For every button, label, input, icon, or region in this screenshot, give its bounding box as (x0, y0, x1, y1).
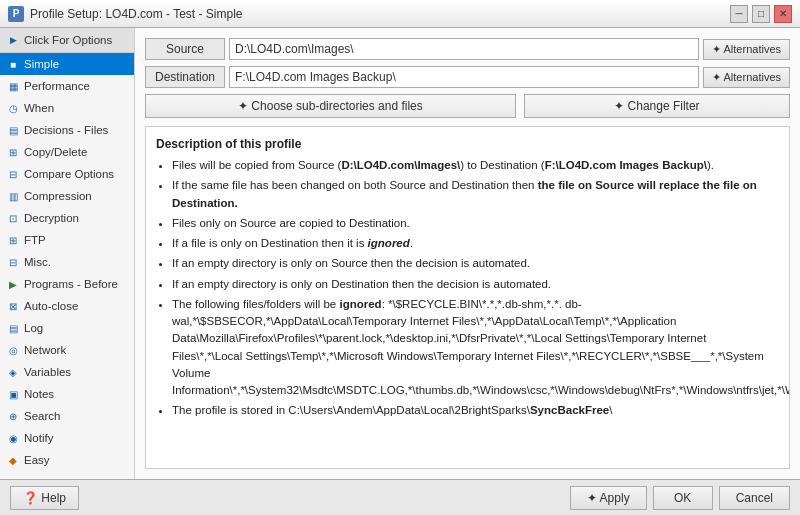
sidebar-label-compression: Compression (24, 190, 92, 202)
source-input[interactable]: D:\LO4D.com\Images\ (229, 38, 699, 60)
minimize-button[interactable]: ─ (730, 5, 748, 23)
performance-icon: ▦ (6, 79, 20, 93)
desc-item-2: Files only on Source are copied to Desti… (172, 215, 779, 232)
sidebar-label-compare: Compare Options (24, 168, 114, 180)
desc-item-5: If an empty directory is only on Destina… (172, 276, 779, 293)
misc-icon: ⊟ (6, 255, 20, 269)
source-alternatives-button[interactable]: ✦ Alternatives (703, 39, 790, 60)
sidebar-item-misc[interactable]: ⊟ Misc. (0, 251, 134, 273)
sidebar-label-auto-close: Auto-close (24, 300, 78, 312)
bottom-left: ❓ Help (10, 486, 79, 510)
content-area: Source D:\LO4D.com\Images\ ✦ Alternative… (135, 28, 800, 479)
choose-subdirectories-button[interactable]: ✦ Choose sub-directories and files (145, 94, 516, 118)
simple-icon: ■ (6, 57, 20, 71)
sidebar-label-copy-delete: Copy/Delete (24, 146, 87, 158)
sidebar-item-auto-close[interactable]: ⊠ Auto-close (0, 295, 134, 317)
sidebar-item-notify[interactable]: ◉ Notify (0, 427, 134, 449)
destination-input[interactable]: F:\LO4D.com Images Backup\ (229, 66, 699, 88)
log-icon: ▤ (6, 321, 20, 335)
sidebar-item-ftp[interactable]: ⊞ FTP (0, 229, 134, 251)
sidebar-label-variables: Variables (24, 366, 71, 378)
sidebar-item-decisions-files[interactable]: ▤ Decisions - Files (0, 119, 134, 141)
options-icon: ▶ (6, 33, 20, 47)
sidebar-item-network[interactable]: ◎ Network (0, 339, 134, 361)
sidebar-item-compression[interactable]: ▥ Compression (0, 185, 134, 207)
apply-button[interactable]: ✦ Apply (570, 486, 647, 510)
sidebar-item-search[interactable]: ⊕ Search (0, 405, 134, 427)
sidebar-item-log[interactable]: ▤ Log (0, 317, 134, 339)
sidebar-label-search: Search (24, 410, 60, 422)
sidebar-item-variables[interactable]: ◈ Variables (0, 361, 134, 383)
sidebar-item-when[interactable]: ◷ When (0, 97, 134, 119)
sidebar-label-programs: Programs - Before (24, 278, 118, 290)
cancel-button[interactable]: Cancel (719, 486, 790, 510)
sidebar-label-misc: Misc. (24, 256, 51, 268)
sidebar-item-notes[interactable]: ▣ Notes (0, 383, 134, 405)
decisions-icon: ▤ (6, 123, 20, 137)
sidebar-label-decryption: Decryption (24, 212, 79, 224)
desc-item-6: The following files/folders will be igno… (172, 296, 779, 400)
notify-icon: ◉ (6, 431, 20, 445)
variables-icon: ◈ (6, 365, 20, 379)
description-list: Files will be copied from Source (D:\LO4… (156, 157, 779, 420)
window-controls: ─ □ ✕ (730, 5, 792, 23)
sidebar-label-network: Network (24, 344, 66, 356)
source-label: Source (145, 38, 225, 60)
change-filter-button[interactable]: ✦ Change Filter (524, 94, 790, 118)
when-icon: ◷ (6, 101, 20, 115)
desc-item-0: Files will be copied from Source (D:\LO4… (172, 157, 779, 174)
title-bar: P Profile Setup: LO4D.com - Test - Simpl… (0, 0, 800, 28)
compare-icon: ⊟ (6, 167, 20, 181)
ftp-icon: ⊞ (6, 233, 20, 247)
sidebar-top-label: Click For Options (24, 34, 112, 46)
bottom-right: ✦ Apply OK Cancel (570, 486, 790, 510)
sidebar-item-copy-delete[interactable]: ⊞ Copy/Delete (0, 141, 134, 163)
sidebar-item-simple[interactable]: ■ Simple (0, 53, 134, 75)
ok-button[interactable]: OK (653, 486, 713, 510)
decryption-icon: ⊡ (6, 211, 20, 225)
sidebar-label-ftp: FTP (24, 234, 46, 246)
sidebar-label-simple: Simple (24, 58, 59, 70)
desc-item-1: If the same file has been changed on bot… (172, 177, 779, 212)
desc-item-4: If an empty directory is only on Source … (172, 255, 779, 272)
desc-item-7: The profile is stored in C:\Users\Andem\… (172, 402, 779, 419)
compression-icon: ▥ (6, 189, 20, 203)
help-button[interactable]: ❓ Help (10, 486, 79, 510)
subdir-row: ✦ Choose sub-directories and files ✦ Cha… (145, 94, 790, 118)
sidebar-label-decisions: Decisions - Files (24, 124, 108, 136)
programs-icon: ▶ (6, 277, 20, 291)
description-title: Description of this profile (156, 135, 779, 153)
network-icon: ◎ (6, 343, 20, 357)
destination-row: Destination F:\LO4D.com Images Backup\ ✦… (145, 66, 790, 88)
bottom-bar: ❓ Help ✦ Apply OK Cancel (0, 479, 800, 515)
sidebar-item-performance[interactable]: ▦ Performance (0, 75, 134, 97)
sidebar-item-compare-options[interactable]: ⊟ Compare Options (0, 163, 134, 185)
sidebar-item-decryption[interactable]: ⊡ Decryption (0, 207, 134, 229)
auto-close-icon: ⊠ (6, 299, 20, 313)
main-container: ▶ Click For Options ■ Simple ▦ Performan… (0, 28, 800, 479)
sidebar-label-easy: Easy (24, 454, 50, 466)
sidebar-label-notify: Notify (24, 432, 53, 444)
destination-label: Destination (145, 66, 225, 88)
search-icon: ⊕ (6, 409, 20, 423)
close-button[interactable]: ✕ (774, 5, 792, 23)
window-title: Profile Setup: LO4D.com - Test - Simple (30, 7, 243, 21)
copy-delete-icon: ⊞ (6, 145, 20, 159)
sidebar-label-notes: Notes (24, 388, 54, 400)
sidebar-label-log: Log (24, 322, 43, 334)
notes-icon: ▣ (6, 387, 20, 401)
sidebar: ▶ Click For Options ■ Simple ▦ Performan… (0, 28, 135, 479)
destination-alternatives-button[interactable]: ✦ Alternatives (703, 67, 790, 88)
app-icon: P (8, 6, 24, 22)
easy-icon: ◆ (6, 453, 20, 467)
sidebar-label-when: When (24, 102, 54, 114)
click-for-options-button[interactable]: ▶ Click For Options (0, 28, 134, 53)
description-area: Description of this profile Files will b… (145, 126, 790, 469)
maximize-button[interactable]: □ (752, 5, 770, 23)
sidebar-item-easy[interactable]: ◆ Easy (0, 449, 134, 471)
sidebar-label-performance: Performance (24, 80, 90, 92)
sidebar-item-programs-before[interactable]: ▶ Programs - Before (0, 273, 134, 295)
source-row: Source D:\LO4D.com\Images\ ✦ Alternative… (145, 38, 790, 60)
desc-item-3: If a file is only on Destination then it… (172, 235, 779, 252)
